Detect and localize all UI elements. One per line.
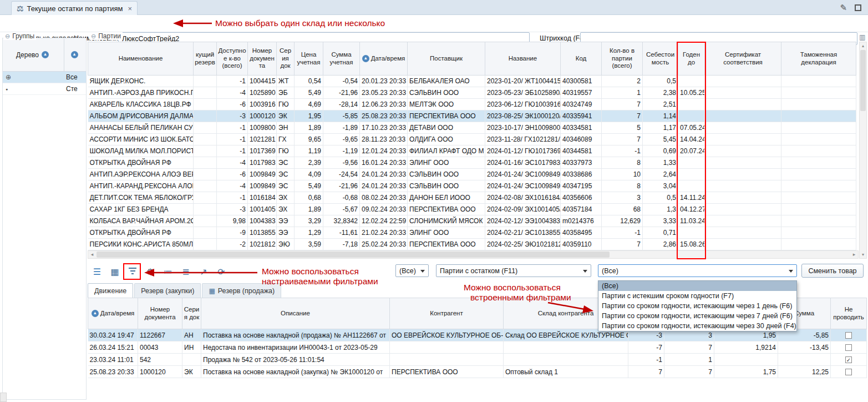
tree-column-header-2[interactable] [64, 38, 86, 71]
cell [781, 169, 856, 180]
column-header[interactable]: Описание [201, 298, 390, 329]
sort-icon[interactable] [42, 51, 49, 58]
scroll-down-icon[interactable] [860, 251, 866, 258]
table-row[interactable]: 25.08.23 20:331000120ЭКПоставка на основ… [88, 366, 867, 378]
sort-icon[interactable] [92, 310, 99, 317]
collapse-icon[interactable]: ⊖ [91, 33, 96, 40]
export-icon[interactable]: ↗ [196, 264, 211, 279]
cell: 1013855 [248, 227, 277, 239]
table-row[interactable]: ОТКРЫТКА ДВОЙНАЯ РФ-91013855ЭЭ1,29-11,61… [88, 227, 856, 239]
column-header[interactable]: Кол-во в партии (всего) [602, 42, 643, 76]
table-row[interactable]: 23.03.24 11:01542Продажа № 542 от 2023-0… [88, 354, 867, 366]
filter-list-icon[interactable]: ≣ [179, 264, 193, 279]
column-header[interactable]: Код [561, 42, 602, 76]
scrollbar-thumb[interactable] [860, 50, 866, 111]
column-header-label: Кол-во в партии (всего) [610, 47, 634, 69]
scrollbar-thumb[interactable] [97, 252, 610, 258]
table-row[interactable]: КОЛБАСА ВАР.ЧАЙНАЯ АРОМ.2С ГА9,981004383… [88, 215, 856, 227]
table-row[interactable]: АНТИП.АЭР.РЕКСОНА АЛОЭ ВЕРА 1-61009849ЭС… [88, 169, 856, 180]
table-row[interactable]: АНТИП.-КАРАНД.РЕКСОНА АЛОЕ ВЕ-41009849ЭС… [88, 180, 856, 192]
dropdown-item[interactable]: Партии со сроком годности, истекающим че… [598, 321, 796, 331]
edit-pencil-icon[interactable]: ✎ [840, 3, 847, 13]
tab-current-batch-balances[interactable]: ⚖ Текущие остатки по партиям × [11, 1, 138, 15]
table-row[interactable]: АНАНАСЫ БЕЛЫЙ ПЕЛИКАН СУШ.К-11009800ЭН1,… [88, 122, 856, 134]
no-conduct-checkbox[interactable] [845, 344, 852, 351]
cell: ГЮ [277, 145, 295, 157]
change-product-button[interactable]: Сменить товар [801, 264, 864, 278]
tree-node-icon[interactable]: ● [3, 87, 64, 91]
subtab[interactable]: Резерв (закупки) [134, 283, 201, 298]
tree-node-icon[interactable]: ⊕ [3, 73, 64, 81]
column-header[interactable]: Номер документа [248, 42, 277, 76]
dropdown-item[interactable]: (Все) [598, 281, 796, 291]
column-header[interactable]: Наименование [88, 42, 194, 76]
column-header[interactable]: кущий резерв [194, 42, 217, 76]
column-header[interactable]: Доступное к-во (всего) [217, 42, 248, 76]
dropdown-item[interactable]: Партии с истекшим сроком годности (F7) [598, 291, 796, 301]
cell: АЛЬБОМ Д/РИСОВАНИЯ ДАЛМАТИ [88, 110, 194, 122]
dropdown-item[interactable]: Партии со сроком годности, истекающим че… [598, 301, 796, 311]
scroll-right-icon[interactable] [850, 251, 858, 258]
dropdown-item[interactable]: Партии со сроком годности, истекающим че… [598, 311, 796, 321]
table-view-icon[interactable]: ▦ [108, 264, 122, 279]
subtab[interactable]: Движение [88, 283, 133, 298]
builtin-filter-combo[interactable]: (Все) [598, 264, 797, 277]
table-row[interactable]: ДЕТ.ПИТ.СОК ТЕМА ЯБЛОКО/ГРУША-11016184ЭХ… [88, 192, 856, 204]
column-header[interactable]: Сертификат соответствия [705, 42, 781, 76]
column-header[interactable]: Поставщик [408, 42, 485, 76]
table-row[interactable]: АКВАРЕЛЬ КЛАССИКА 18ЦВ.РФ №1-61003916ГЮ4… [88, 99, 856, 110]
table-row[interactable]: АЛЬБОМ Д/РИСОВАНИЯ ДАЛМАТИ-31000120ЭК1,9… [88, 110, 856, 122]
column-header[interactable]: Серия док [182, 298, 201, 329]
column-header[interactable]: Номер документа [138, 298, 182, 329]
numbered-list-icon[interactable]: ≔ [161, 264, 175, 279]
barcode-icon[interactable]: ▥ [859, 33, 865, 41]
cell: 1,3 [643, 204, 678, 215]
table-row[interactable]: ОТКРЫТКА ДВОЙНАЯ РФ-41017983ЭС2,39-9,561… [88, 157, 856, 169]
column-header[interactable]: Дата/время [360, 42, 408, 76]
vertical-scrollbar[interactable] [859, 42, 867, 259]
column-header[interactable]: Серия док [277, 42, 295, 76]
scroll-up-icon[interactable] [860, 42, 866, 49]
filter-combo-small[interactable]: (Все) [395, 264, 429, 277]
table-row[interactable]: АНТИП.-АЭРОЗ.ДАВ ПРИКОСН.ПРИ-41025890ЭБ5… [88, 87, 856, 99]
collapse-icon[interactable]: ⊖ [5, 33, 10, 40]
tree-item[interactable]: ●Сте [3, 83, 86, 95]
refresh-icon[interactable]: ⟳ [214, 264, 229, 279]
column-header[interactable]: Название [485, 42, 561, 76]
tab-close-icon[interactable]: × [128, 4, 132, 13]
custom-filter-icon[interactable] [125, 264, 140, 279]
column-header[interactable]: Не проводить [831, 298, 867, 329]
no-conduct-checkbox[interactable] [845, 332, 852, 339]
column-header[interactable]: Таможенная декларация [781, 42, 856, 76]
column-header[interactable]: Цена учетная [295, 42, 323, 76]
cell [781, 204, 856, 215]
list-view-icon[interactable]: ☰ [90, 264, 104, 279]
column-header[interactable]: Себестоимость [643, 42, 678, 76]
column-header[interactable]: Дата/время [88, 298, 138, 329]
table-row[interactable]: ПЕРСИКИ КОНС.АРИСТА 850МЛ АР-21021812ЭЮ3… [88, 239, 856, 250]
subtab[interactable]: ▦Резерв (продажа) [202, 283, 281, 298]
table-row[interactable]: ШОКОЛАД МИЛКА МОЛ.ПОРИСТЫ-11017369ГЮ1,19… [88, 145, 856, 157]
table-row[interactable]: АССОРТИ МИНИС ИЗ ШОК.БАТОНЧ-11021281ГХ9,… [88, 134, 856, 145]
column-header[interactable]: Контрагент [390, 298, 504, 329]
table-row[interactable]: 26.03.24 15:2100043ИННедостача по инвент… [88, 341, 867, 354]
cell: 40335941 [561, 110, 602, 122]
no-conduct-checkbox[interactable] [845, 369, 852, 375]
table-row[interactable]: ЯЩИК ДЕР.КОНС.-11004415ЖТ0,54-0,5420.01.… [88, 76, 856, 87]
maximize-icon[interactable] [855, 4, 861, 11]
sort-icon[interactable] [71, 51, 78, 58]
no-conduct-checkbox[interactable]: ✓ [845, 356, 852, 363]
table-row[interactable]: САХАР 1КГ БЕЗ БРЕНДА-31001405ЭХ1,89-5,67… [88, 204, 856, 215]
settings-gear-icon[interactable]: ⚙ [143, 264, 158, 279]
tree-item[interactable]: ⊕Все [3, 72, 86, 83]
cell: КОЛБАСА ВАР.ЧАЙНАЯ АРОМ.2С ГА [88, 215, 194, 227]
cell [194, 122, 217, 134]
column-header[interactable]: Годен до [678, 42, 705, 76]
sort-icon[interactable] [362, 55, 369, 62]
stock-filter-combo[interactable]: Партии с остатком (F11) [436, 264, 591, 277]
scroll-left-icon[interactable] [88, 251, 96, 258]
cell [781, 134, 856, 145]
horizontal-scrollbar[interactable] [88, 250, 859, 259]
tree-column-header[interactable]: Дерево [3, 38, 64, 71]
column-header[interactable]: Сумма учетная [323, 42, 360, 76]
